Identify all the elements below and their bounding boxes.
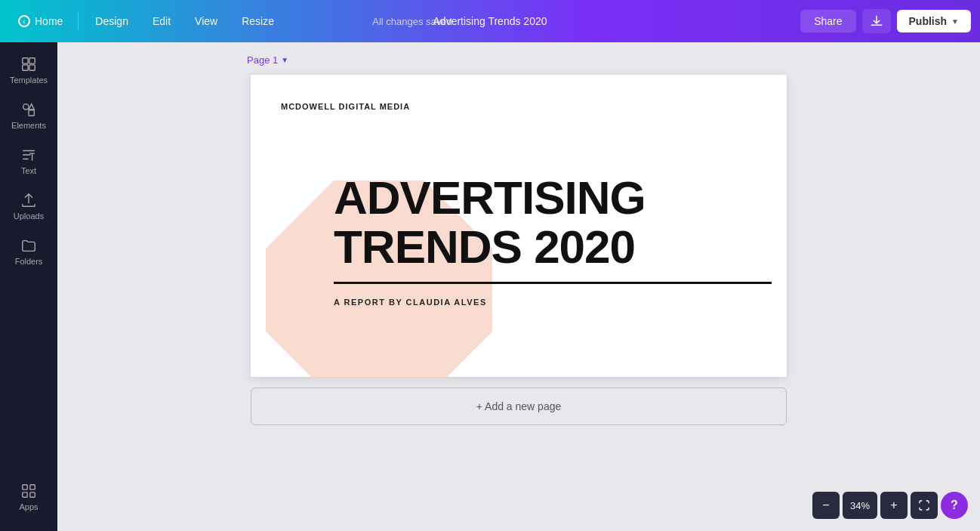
canvas-area[interactable]: Page 1 ▼ MCDOWELL DIGITAL MEDIA ADVERTIS… bbox=[57, 42, 980, 531]
publish-button[interactable]: Publish ▼ bbox=[897, 10, 971, 32]
publish-chevron-icon: ▼ bbox=[951, 17, 959, 26]
sidebar-item-folders[interactable]: Folders bbox=[3, 230, 54, 273]
back-icon: ‹ bbox=[18, 15, 30, 27]
uploads-label: Uploads bbox=[14, 211, 44, 221]
company-name: MCDOWELL DIGITAL MEDIA bbox=[281, 102, 410, 111]
svg-rect-8 bbox=[30, 485, 35, 489]
main-layout: Templates Elements Text Uploads bbox=[0, 42, 980, 531]
zoom-controls: − 34% + ? bbox=[812, 492, 968, 519]
sidebar: Templates Elements Text Uploads bbox=[0, 42, 57, 531]
sidebar-item-templates[interactable]: Templates bbox=[3, 48, 54, 92]
nav-separator bbox=[78, 12, 79, 30]
apps-icon bbox=[20, 483, 37, 499]
main-title: ADVERTISING TRENDS 2020 bbox=[334, 173, 772, 271]
text-label: Text bbox=[21, 166, 36, 175]
publish-label: Publish bbox=[909, 15, 948, 27]
elements-icon bbox=[20, 101, 37, 118]
zoom-out-button[interactable]: − bbox=[812, 492, 840, 519]
templates-icon bbox=[20, 56, 37, 73]
elements-label: Elements bbox=[11, 121, 46, 130]
save-status: All changes saved bbox=[372, 16, 452, 27]
main-title-line1: ADVERTISING bbox=[334, 173, 772, 222]
help-icon: ? bbox=[951, 499, 958, 512]
uploads-icon bbox=[20, 192, 37, 208]
home-label: Home bbox=[35, 15, 63, 27]
add-page-button[interactable]: + Add a new page bbox=[251, 387, 787, 425]
help-button[interactable]: ? bbox=[941, 492, 968, 519]
title-divider bbox=[334, 282, 772, 284]
svg-point-4 bbox=[23, 104, 29, 110]
sidebar-item-elements[interactable]: Elements bbox=[3, 94, 54, 137]
nav-right-actions: Share Publish ▼ bbox=[800, 9, 971, 33]
svg-rect-7 bbox=[23, 485, 27, 489]
apps-label: Apps bbox=[19, 502, 38, 511]
share-button[interactable]: Share bbox=[800, 10, 855, 32]
sidebar-item-uploads[interactable]: Uploads bbox=[3, 184, 54, 228]
folders-icon bbox=[20, 237, 37, 254]
page-label[interactable]: Page 1 ▼ bbox=[247, 54, 288, 66]
fullscreen-button[interactable] bbox=[911, 492, 938, 519]
svg-rect-0 bbox=[23, 58, 28, 63]
svg-rect-3 bbox=[29, 65, 35, 70]
svg-rect-9 bbox=[23, 492, 27, 497]
download-button[interactable] bbox=[862, 9, 891, 33]
view-button[interactable]: View bbox=[184, 11, 228, 32]
page-chevron-icon: ▼ bbox=[281, 56, 288, 64]
doc-subtitle: A REPORT BY CLAUDIA ALVES bbox=[334, 298, 772, 307]
zoom-in-button[interactable]: + bbox=[880, 492, 908, 519]
document-canvas[interactable]: MCDOWELL DIGITAL MEDIA ADVERTISING TREND… bbox=[251, 75, 787, 377]
fullscreen-icon bbox=[918, 499, 930, 511]
home-button[interactable]: ‹ Home bbox=[9, 11, 72, 32]
svg-rect-1 bbox=[29, 58, 35, 63]
main-title-line2: TRENDS 2020 bbox=[334, 222, 772, 271]
page-label-row: Page 1 ▼ bbox=[247, 54, 790, 66]
templates-label: Templates bbox=[10, 76, 48, 85]
svg-rect-2 bbox=[23, 65, 28, 70]
top-nav: ‹ Home Design Edit View Resize All chang… bbox=[0, 0, 980, 42]
resize-button[interactable]: Resize bbox=[231, 11, 285, 32]
svg-rect-6 bbox=[29, 110, 34, 116]
sidebar-item-apps[interactable]: Apps bbox=[3, 475, 54, 519]
svg-marker-5 bbox=[29, 104, 34, 110]
sidebar-item-text[interactable]: Text bbox=[3, 139, 54, 183]
title-block: ADVERTISING TRENDS 2020 A REPORT BY CLAU… bbox=[334, 173, 772, 307]
download-icon bbox=[870, 14, 883, 28]
svg-rect-10 bbox=[30, 492, 35, 497]
text-icon bbox=[20, 147, 37, 163]
document-title: Advertising Trends 2020 bbox=[433, 15, 547, 27]
design-button[interactable]: Design bbox=[85, 11, 139, 32]
edit-button[interactable]: Edit bbox=[142, 11, 181, 32]
zoom-value: 34% bbox=[843, 492, 877, 519]
folders-label: Folders bbox=[15, 257, 43, 266]
page-label-text: Page 1 bbox=[247, 54, 278, 66]
